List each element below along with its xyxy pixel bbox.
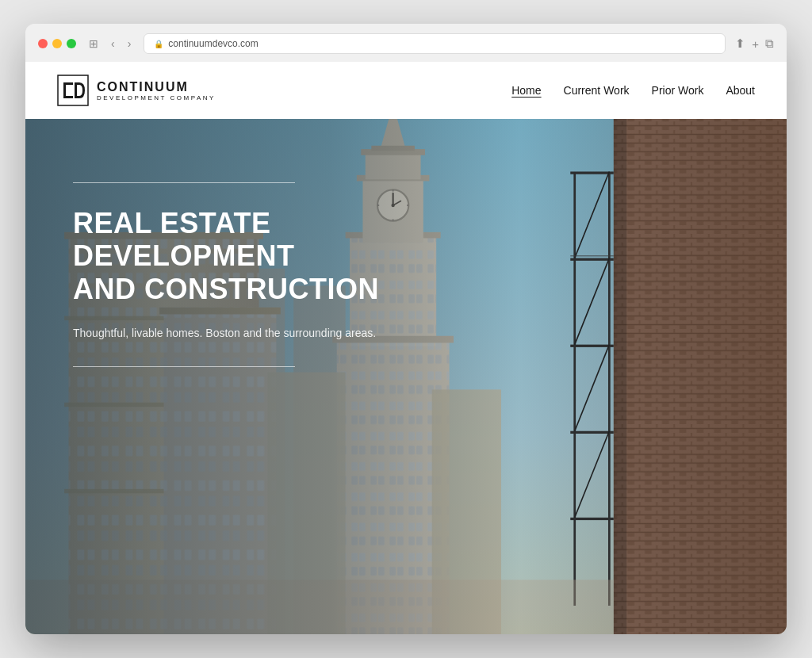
tab-overview-button[interactable]: ⧉	[765, 36, 774, 51]
logo-company-name: CONTINUUM	[97, 80, 216, 94]
lock-icon: 🔒	[154, 40, 163, 48]
traffic-lights	[38, 39, 76, 48]
website-container: CONTINUUM DEVELOPMENT COMPANY Home Curre…	[25, 62, 787, 634]
nav-link-prior-work[interactable]: Prior Work	[652, 84, 704, 97]
browser-controls: ⊞ ‹ ›	[86, 36, 134, 51]
browser-chrome: ⊞ ‹ › 🔒 continuumdevco.com ⬆ + ⧉	[25, 24, 787, 62]
logo-tagline: DEVELOPMENT COMPANY	[97, 94, 216, 101]
nav-item-about[interactable]: About	[726, 83, 755, 98]
hero-subtitle: Thoughtful, livable homes. Boston and th…	[73, 324, 379, 342]
hero-content: REAL ESTATEDEVELOPMENTAND CONSTRUCTION T…	[73, 182, 379, 367]
nav-item-home[interactable]: Home	[511, 83, 541, 98]
sidebar-toggle-button[interactable]: ⊞	[86, 36, 102, 51]
nav-link-current-work[interactable]: Current Work	[564, 84, 630, 97]
browser-window: ⊞ ‹ › 🔒 continuumdevco.com ⬆ + ⧉	[25, 24, 787, 634]
nav-item-current-work[interactable]: Current Work	[564, 83, 630, 98]
back-button[interactable]: ‹	[108, 36, 118, 51]
hero-divider-top	[73, 182, 295, 183]
browser-right-controls: ⬆ + ⧉	[735, 36, 774, 51]
site-nav: CONTINUUM DEVELOPMENT COMPANY Home Curre…	[25, 62, 787, 119]
close-button[interactable]	[38, 39, 48, 48]
hero-divider-bottom	[73, 366, 295, 367]
new-tab-button[interactable]: +	[752, 37, 759, 51]
minimize-button[interactable]	[52, 39, 62, 48]
hero-title: REAL ESTATEDEVELOPMENTAND CONSTRUCTION	[73, 207, 379, 305]
logo-area: CONTINUUM DEVELOPMENT COMPANY	[57, 75, 216, 106]
nav-item-prior-work[interactable]: Prior Work	[652, 83, 704, 98]
fullscreen-button[interactable]	[67, 39, 76, 48]
hero-section: REAL ESTATEDEVELOPMENTAND CONSTRUCTION T…	[25, 119, 787, 634]
nav-links: Home Current Work Prior Work About	[511, 83, 755, 98]
share-button[interactable]: ⬆	[735, 36, 745, 51]
url-text: continuumdevco.com	[168, 38, 258, 49]
nav-link-home[interactable]: Home	[511, 84, 541, 97]
logo-icon	[57, 75, 89, 106]
nav-link-about[interactable]: About	[726, 84, 755, 97]
address-bar[interactable]: 🔒 continuumdevco.com	[144, 33, 726, 54]
forward-button[interactable]: ›	[124, 36, 135, 51]
logo-text: CONTINUUM DEVELOPMENT COMPANY	[97, 80, 216, 101]
